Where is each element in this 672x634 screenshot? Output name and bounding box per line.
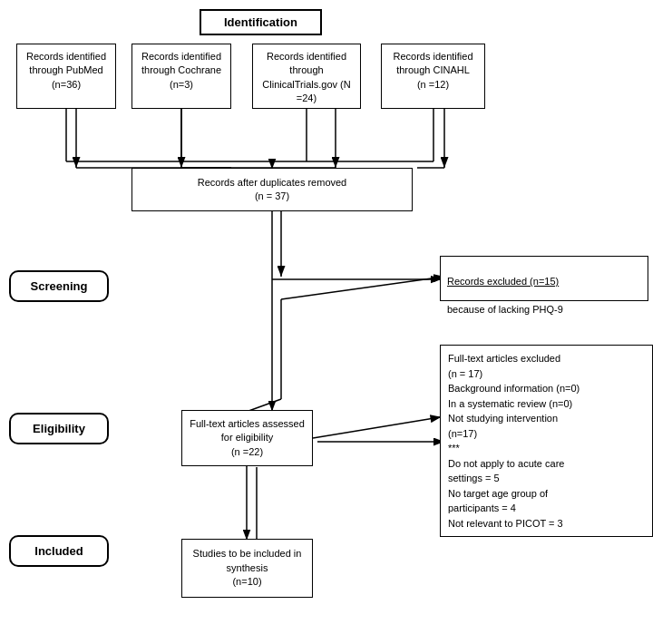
fulltext-assessed-box: Full-text articles assessed for eligibil…	[181, 410, 313, 466]
identification-title: Identification	[200, 9, 322, 35]
excluded-screening-box: Records excluded (n=15) because of lacki…	[440, 256, 648, 301]
cochrane-box: Records identified through Cochrane (n=3…	[131, 44, 231, 109]
fulltext-excluded-box: Full-text articles excluded(n = 17)Backg…	[440, 345, 653, 537]
screening-label: Screening	[9, 270, 109, 302]
eligibility-label: Eligibility	[9, 413, 109, 444]
pubmed-box: Records identified through PubMed (n=36)	[16, 44, 116, 109]
included-label: Included	[9, 535, 109, 567]
svg-line-11	[281, 277, 444, 299]
after-duplicates-box: Records after duplicates removed (n = 37…	[131, 168, 413, 211]
included-synthesis-box: Studies to be included in synthesis (n=1…	[181, 539, 313, 598]
prisma-diagram: Identification Records identified throug…	[0, 0, 672, 634]
clinical-trials-box: Records identified through ClinicalTrial…	[252, 44, 361, 109]
svg-line-30	[313, 417, 440, 438]
cinahl-box: Records identified through CINAHL (n =12…	[381, 44, 485, 109]
